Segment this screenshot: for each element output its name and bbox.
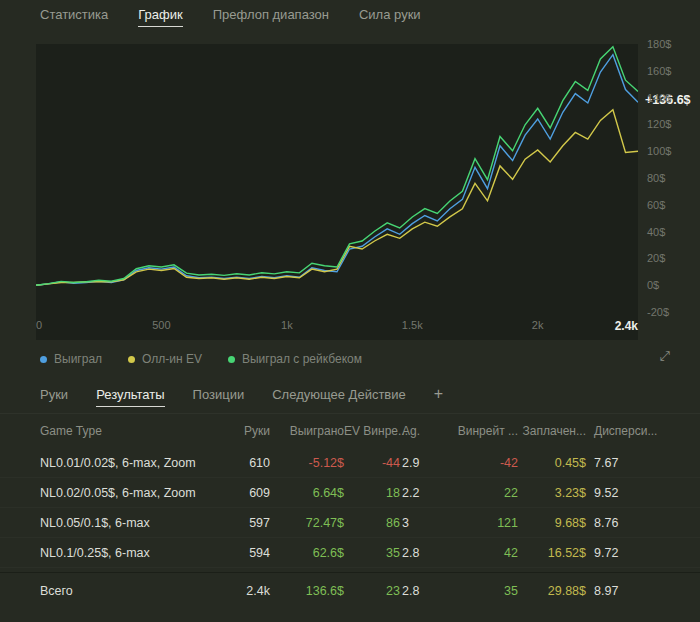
cell: 18 (344, 486, 400, 500)
cell: 2.9 (400, 456, 448, 470)
cell: 136.6$ (270, 584, 344, 598)
winnings-chart[interactable] (36, 44, 638, 312)
cell: Всего (40, 584, 212, 598)
cell: 35 (448, 584, 518, 598)
tab-hands[interactable]: Руки (40, 387, 68, 407)
tab-graph[interactable]: График (138, 7, 182, 27)
results-table: Game Type Руки Выиграно EV Винре... Ag. … (0, 414, 700, 608)
cell: 22 (448, 486, 518, 500)
resize-icon[interactable]: ⤢ (660, 348, 670, 364)
tab-results[interactable]: Результаты (96, 387, 164, 407)
cell: 9.52 (586, 486, 652, 500)
cell: 597 (212, 516, 270, 530)
y-axis-label: -20$ (647, 306, 669, 318)
chart-line-Выиграл (36, 55, 638, 286)
column-header-won[interactable]: Выиграно (270, 424, 344, 438)
legend-item-won[interactable]: Выиграл (40, 352, 102, 366)
x-axis-labels: 05001k1.5k2k2.4k (36, 312, 638, 340)
cell: 16.52$ (518, 546, 586, 560)
results-section: Руки Результаты Позиции Следующее Действ… (0, 380, 700, 608)
legend-dot (228, 356, 235, 363)
cell: 35 (344, 546, 400, 560)
y-axis-label: 80$ (647, 172, 665, 184)
cell: NL0.02/0.05$, 6-max, Zoom (40, 486, 212, 500)
chart-line-Выиграл с рейкбеком (36, 47, 638, 286)
cell: -44 (344, 456, 400, 470)
chart-legend: Выиграл Олл-ин EV Выиграл с рейкбеком ⤢ (40, 346, 700, 372)
column-header-hands[interactable]: Руки (212, 424, 270, 438)
cell: 62.6$ (270, 546, 344, 560)
cell: 8.97 (586, 584, 652, 598)
cell: 2.8 (400, 546, 448, 560)
cell: 3 (400, 516, 448, 530)
y-axis-label: 0$ (647, 279, 659, 291)
cell: NL0.05/0.1$, 6-max (40, 516, 212, 530)
legend-label: Выиграл с рейкбеком (242, 352, 362, 366)
cell: -5.12$ (270, 456, 344, 470)
cell: 3.23$ (518, 486, 586, 500)
cell: 9.72 (586, 546, 652, 560)
cell: 9.68$ (518, 516, 586, 530)
tab-positions[interactable]: Позиции (193, 387, 245, 407)
table-row[interactable]: NL0.01/0.02$, 6-max, Zoom610-5.12$-442.9… (0, 448, 700, 478)
table-row[interactable]: NL0.05/0.1$, 6-max59772.47$8631219.68$8.… (0, 508, 700, 538)
cell: 23 (344, 584, 400, 598)
cell: 2.4k (212, 584, 270, 598)
results-table-body: NL0.01/0.02$, 6-max, Zoom610-5.12$-442.9… (0, 448, 700, 608)
cell: 121 (448, 516, 518, 530)
table-row[interactable]: NL0.1/0.25$, 6-max59462.6$352.84216.52$9… (0, 538, 700, 568)
legend-item-won-with-rakeback[interactable]: Выиграл с рейкбеком (228, 352, 362, 366)
column-header-ag[interactable]: Ag. (400, 424, 448, 438)
y-axis: +136.6$ 180$160$140$120$100$80$60$40$20$… (645, 44, 700, 312)
y-axis-label: 160$ (647, 65, 671, 77)
table-header-row: Game Type Руки Выиграно EV Винре... Ag. … (0, 414, 700, 448)
legend-item-allin-ev[interactable]: Олл-ин EV (128, 352, 202, 366)
poker-tracker-app: Статистика График Префлоп диапазон Сила … (0, 0, 700, 608)
cell: 594 (212, 546, 270, 560)
cell: 72.47$ (270, 516, 344, 530)
y-axis-label: 40$ (647, 226, 665, 238)
legend-dot (40, 356, 47, 363)
y-axis-label: 120$ (647, 118, 671, 130)
x-axis-label: 1k (281, 319, 293, 331)
cell: 8.76 (586, 516, 652, 530)
x-axis-label: 2k (532, 319, 544, 331)
tab-preflop-range[interactable]: Префлоп диапазон (213, 7, 329, 27)
tab-next-action[interactable]: Следующее Действие (272, 387, 406, 407)
column-header-winrate[interactable]: Винрейт ... (448, 424, 518, 438)
cell: 6.64$ (270, 486, 344, 500)
cell: 86 (344, 516, 400, 530)
column-header-rake-paid[interactable]: Заплачен... (518, 424, 586, 438)
add-tab-button[interactable]: + (434, 385, 443, 408)
cell: 29.88$ (518, 584, 586, 598)
cell: NL0.01/0.02$, 6-max, Zoom (40, 456, 212, 470)
legend-dot (128, 356, 135, 363)
cell: 7.67 (586, 456, 652, 470)
y-axis-label: 20$ (647, 252, 665, 264)
cell: 2.8 (400, 584, 448, 598)
y-axis-label: 60$ (647, 199, 665, 211)
legend-label: Выиграл (54, 352, 102, 366)
cell: 0.45$ (518, 456, 586, 470)
sub-tab-bar: Руки Результаты Позиции Следующее Действ… (0, 380, 700, 414)
x-axis-label: 1.5k (402, 319, 423, 331)
total-row[interactable]: Всего2.4k136.6$232.83529.88$8.97 (0, 572, 700, 608)
tab-hand-strength[interactable]: Сила руки (359, 7, 421, 27)
x-axis-label: 500 (152, 319, 170, 331)
column-header-variance[interactable]: Дисперси... (586, 424, 652, 438)
y-axis-label: 100$ (647, 145, 671, 157)
cell: 2.2 (400, 486, 448, 500)
y-axis-label: 140$ (647, 92, 671, 104)
graph-section: 05001k1.5k2k2.4k +136.6$ 180$160$140$120… (0, 34, 700, 372)
legend-label: Олл-ин EV (142, 352, 202, 366)
table-row[interactable]: NL0.02/0.05$, 6-max, Zoom6096.64$182.222… (0, 478, 700, 508)
tab-statistics[interactable]: Статистика (40, 7, 108, 27)
cell: 610 (212, 456, 270, 470)
y-axis-label: 180$ (647, 38, 671, 50)
column-header-game-type[interactable]: Game Type (40, 424, 212, 438)
cell: 609 (212, 486, 270, 500)
winnings-chart-panel[interactable]: 05001k1.5k2k2.4k (36, 44, 638, 340)
column-header-ev-winrate[interactable]: EV Винре... (344, 424, 400, 438)
cell: NL0.1/0.25$, 6-max (40, 546, 212, 560)
cell: -42 (448, 456, 518, 470)
